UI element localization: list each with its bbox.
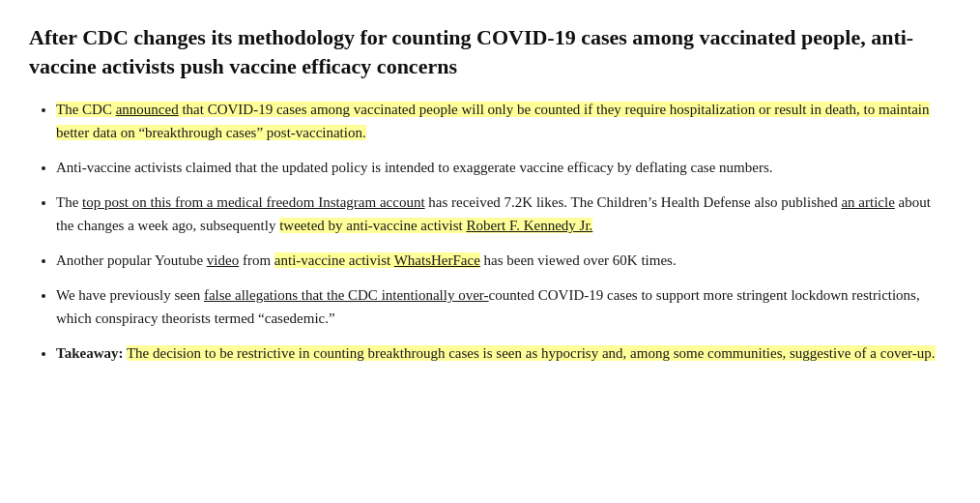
list-item: The top post on this from a medical free… <box>56 191 951 237</box>
list-item: Another popular Youtube video from anti-… <box>56 249 951 272</box>
video-link[interactable]: video <box>207 252 239 268</box>
takeaway-label: Takeaway: <box>56 345 123 361</box>
list-item: We have previously seen false allegation… <box>56 283 951 330</box>
highlighted-text: The CDC announced that COVID-19 cases am… <box>56 102 930 140</box>
top-post-link[interactable]: top post on this from a medical freedom … <box>82 194 424 210</box>
bullet-text: We have previously seen false allegation… <box>56 287 920 326</box>
bullet-text: Anti-vaccine activists claimed that the … <box>56 160 773 175</box>
highlighted-text: anti-vaccine activist WhatsHerFace <box>274 252 480 268</box>
bullet-text: Another popular Youtube video from anti-… <box>56 252 677 268</box>
page-title: After CDC changes its methodology for co… <box>29 23 951 80</box>
highlighted-text: The decision to be restrictive in counti… <box>127 345 936 361</box>
bullet-list: The CDC announced that COVID-19 cases am… <box>29 98 951 365</box>
announced-link[interactable]: announced <box>116 102 179 117</box>
list-item: The CDC announced that COVID-19 cases am… <box>56 98 951 144</box>
highlighted-text: tweeted by anti-vaccine activist Robert … <box>279 218 592 233</box>
bullet-text: Takeaway: The decision to be restrictive… <box>56 345 936 361</box>
whatsherface-link[interactable]: WhatsHerFace <box>394 252 480 268</box>
bullet-text: The top post on this from a medical free… <box>56 194 931 233</box>
list-item: Anti-vaccine activists claimed that the … <box>56 156 951 179</box>
list-item: Takeaway: The decision to be restrictive… <box>56 341 951 365</box>
false-allegations-link[interactable]: false allegations that the CDC intention… <box>204 287 489 303</box>
rfk-link[interactable]: Robert F. Kennedy Jr. <box>466 218 592 233</box>
article-link[interactable]: an article <box>841 194 894 210</box>
